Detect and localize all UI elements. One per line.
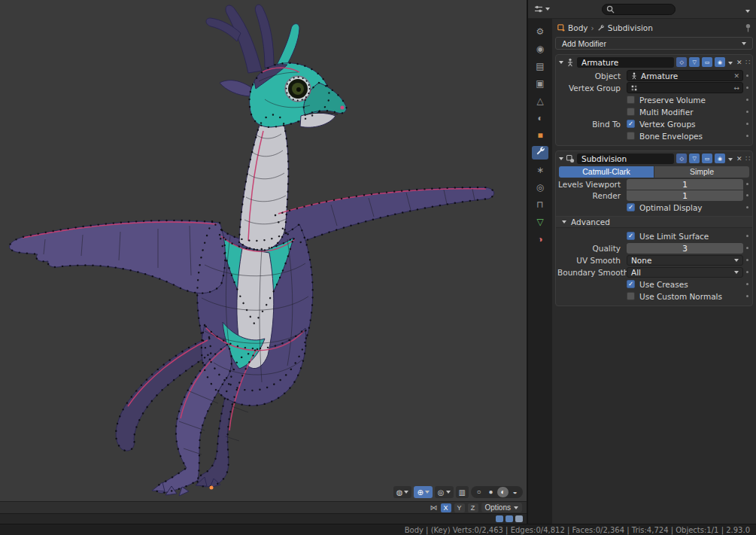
catmull-clark-button[interactable]: Catmull-Clark: [559, 166, 654, 178]
show-edit-mode-toggle[interactable]: ▽: [689, 154, 700, 163]
breadcrumb-modifier[interactable]: Subdivision: [608, 23, 653, 32]
decorate-dot[interactable]: [743, 135, 751, 137]
show-render-toggle[interactable]: ◉: [715, 57, 725, 67]
invert-vertex-group-icon[interactable]: ↔: [733, 84, 739, 92]
mirror-z-toggle[interactable]: Z: [468, 503, 478, 512]
decorate-dot[interactable]: [743, 111, 751, 113]
search-input[interactable]: [617, 5, 671, 14]
modifier-name-field[interactable]: Armature: [577, 57, 674, 68]
uv-smooth-row: UV Smooth None: [557, 254, 751, 266]
uv-smooth-dropdown[interactable]: None: [627, 255, 743, 266]
decorate-dot[interactable]: [743, 283, 751, 285]
tab-object-data[interactable]: ▽: [532, 215, 548, 229]
options-dropdown[interactable]: Options: [481, 503, 522, 512]
decorate-dot[interactable]: [743, 247, 751, 249]
show-viewport-toggle[interactable]: ▭: [702, 57, 712, 67]
tab-scene[interactable]: △: [532, 94, 548, 108]
timeline-icon[interactable]: [496, 515, 503, 522]
tab-particles[interactable]: ∗: [532, 163, 548, 177]
decorate-dot[interactable]: [743, 206, 751, 208]
bone-envelopes-checkbox[interactable]: [627, 132, 635, 140]
breadcrumb-object[interactable]: Body: [568, 23, 588, 32]
quality-field[interactable]: 3: [627, 243, 743, 254]
show-edit-mode-toggle[interactable]: ▽: [689, 57, 700, 67]
optimal-display-checkbox[interactable]: ✓: [627, 203, 635, 211]
tab-object[interactable]: ■: [532, 129, 548, 142]
timeline-icon[interactable]: [515, 515, 523, 522]
collapse-arrow-icon[interactable]: [559, 157, 563, 160]
show-overlays-button[interactable]: ◎: [435, 486, 454, 498]
modifier-extras-button[interactable]: [727, 59, 733, 66]
vertex-group-field[interactable]: ↔: [627, 82, 743, 93]
tab-physics[interactable]: ◎: [532, 181, 548, 194]
use-limit-surface-label: Use Limit Surface: [639, 232, 709, 241]
editor-type-button[interactable]: [533, 5, 551, 14]
tab-output[interactable]: ▤: [532, 59, 548, 73]
armature-panel-header[interactable]: Armature ◇ ▽ ▭ ◉ ✕ ∷: [556, 55, 752, 69]
modifier-search-box[interactable]: [602, 4, 676, 15]
tab-world[interactable]: ◐: [532, 111, 548, 125]
vertex-groups-label: Vertex Groups: [639, 120, 696, 129]
close-modifier-button[interactable]: ✕: [736, 59, 743, 66]
pin-icon[interactable]: [745, 23, 751, 32]
modifier-extras-button[interactable]: [727, 155, 733, 163]
preserve-volume-checkbox[interactable]: [627, 96, 635, 104]
tool-settings-bar: ⋈ X Y Z Options: [0, 501, 527, 513]
multi-modifier-checkbox[interactable]: [627, 108, 635, 116]
viewport-3d[interactable]: ◍ ⊕ ◎ ▥ ○ ● ◐ ◒: [0, 0, 527, 501]
decorate-dot[interactable]: [743, 235, 751, 237]
decorate-dot[interactable]: [743, 295, 751, 297]
levels-viewport-field[interactable]: 1: [627, 179, 743, 190]
armature-object-field[interactable]: Armature ✕: [627, 70, 743, 81]
scene-lights-dropdown[interactable]: ◍: [393, 486, 412, 498]
header-menu-button[interactable]: [744, 2, 751, 17]
add-modifier-button[interactable]: Add Modifier: [555, 37, 753, 50]
creature-nose: [341, 106, 345, 110]
show-gizmos-button[interactable]: ⊕: [414, 486, 432, 498]
use-creases-checkbox[interactable]: ✓: [627, 280, 635, 288]
collapse-arrow-icon: [562, 220, 566, 223]
decorate-dot[interactable]: [743, 87, 751, 89]
drag-handle-icon[interactable]: ∷: [745, 58, 749, 66]
tab-constraints[interactable]: ⊓: [532, 198, 548, 211]
show-viewport-toggle[interactable]: ▭: [702, 154, 712, 163]
decorate-dot[interactable]: [743, 183, 751, 185]
show-render-toggle[interactable]: ◉: [715, 154, 725, 163]
shading-solid-button[interactable]: ●: [485, 487, 496, 497]
simple-button[interactable]: Simple: [654, 166, 749, 178]
collapse-arrow-icon[interactable]: [559, 61, 563, 64]
render-levels-field[interactable]: 1: [627, 190, 743, 201]
subdivision-panel-header[interactable]: Subdivision ◇ ▽ ▭ ◉ ✕ ∷: [556, 151, 752, 166]
tab-view-layer[interactable]: ▣: [532, 77, 548, 90]
tab-material[interactable]: ◑: [532, 233, 548, 246]
advanced-subpanel-header[interactable]: Advanced: [556, 216, 752, 228]
use-limit-surface-row: ✓ Use Limit Surface: [557, 230, 751, 242]
decorate-dot[interactable]: [743, 74, 751, 77]
shading-material-button[interactable]: ◐: [497, 487, 509, 497]
decorate-dot[interactable]: [743, 271, 751, 273]
xray-toggle-button[interactable]: ▥: [456, 486, 469, 498]
tab-modifiers[interactable]: [532, 146, 548, 160]
boundary-smooth-dropdown[interactable]: All: [627, 267, 743, 278]
use-limit-surface-checkbox[interactable]: ✓: [627, 232, 635, 240]
mirror-x-toggle[interactable]: X: [441, 503, 451, 512]
tab-render[interactable]: ◉: [532, 42, 548, 56]
show-on-cage-toggle[interactable]: ◇: [676, 154, 687, 163]
show-on-cage-toggle[interactable]: ◇: [676, 57, 687, 67]
decorate-dot[interactable]: [743, 259, 751, 261]
timeline-strip[interactable]: [0, 513, 527, 524]
drag-handle-icon[interactable]: ∷: [745, 154, 749, 163]
use-custom-normals-checkbox[interactable]: [627, 292, 635, 300]
timeline-icon[interactable]: [506, 515, 513, 522]
decorate-dot[interactable]: [743, 123, 751, 125]
mirror-y-toggle[interactable]: Y: [454, 503, 465, 512]
decorate-dot[interactable]: [743, 194, 751, 196]
close-modifier-button[interactable]: ✕: [736, 155, 743, 163]
decorate-dot[interactable]: [743, 99, 751, 101]
shading-wireframe-button[interactable]: ○: [473, 487, 484, 497]
modifier-name-field[interactable]: Subdivision: [577, 154, 674, 164]
vertex-groups-checkbox[interactable]: ✓: [627, 120, 635, 128]
tab-tool[interactable]: ⚙: [532, 25, 548, 38]
shading-rendered-button[interactable]: ◒: [509, 487, 521, 497]
clear-object-icon[interactable]: ✕: [733, 72, 739, 80]
